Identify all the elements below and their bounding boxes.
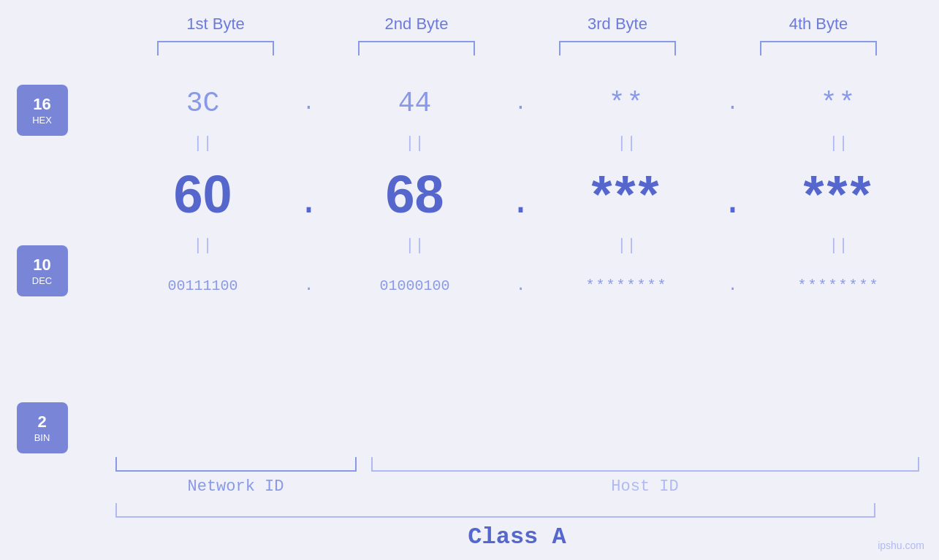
hex-badge: 16 HEX [17,85,68,136]
sep1-col: . . . [287,77,331,311]
top-bracket-1 [157,41,274,55]
bottom-brackets [115,457,919,472]
sep2-col: . . . [499,77,543,311]
dec-badge-num: 10 [33,256,50,275]
hex-badge-num: 16 [33,95,50,114]
id-labels-row: Network ID Host ID [115,477,919,496]
host-id-label: Host ID [371,477,919,496]
top-bracket-3 [559,41,676,55]
hex-byte1: 3C [186,77,220,129]
bin-sep1: . [304,260,313,311]
dec-sep2: . [509,158,531,231]
host-id-bracket [371,457,919,472]
equals-3: || [617,129,636,158]
equals-2b: || [405,231,424,260]
byte2-header: 2nd Byte [316,15,517,34]
main-container: 1st Byte 2nd Byte 3rd Byte 4th Byte 16 H… [0,0,939,560]
dec-badge-label: DEC [32,275,52,286]
byte4-col: ** || *** || ******** [755,77,923,311]
hex-sep2: . [514,77,527,129]
bin-sep2: . [516,260,525,311]
class-label-row: Class A [115,523,919,551]
equals-3b: || [617,231,636,260]
content-area: 16 HEX 10 DEC 2 BIN 3C || 60 || 00111100 [17,77,923,453]
class-bracket-row [115,503,919,518]
hex-sep3: . [726,77,739,129]
bin-badge-num: 2 [37,413,46,431]
watermark: ipshu.com [878,540,924,551]
byte2-col: 44 || 68 || 01000100 [331,77,499,311]
bin-byte2: 01000100 [379,260,449,311]
equals-1: || [193,129,212,158]
network-id-label: Network ID [115,477,357,496]
equals-1b: || [193,231,212,260]
equals-2: || [405,129,424,158]
sep3-col: . . . [711,77,755,311]
dec-byte2: 68 [385,158,444,231]
bin-sep3: . [728,260,737,311]
byte1-header: 1st Byte [115,15,316,34]
bin-byte4: ******** [797,260,879,311]
dec-sep1: . [297,158,319,231]
hex-byte2: 44 [398,77,432,129]
data-columns: 3C || 60 || 00111100 . . . 44 || 68 || 0… [119,77,923,311]
bin-badge-label: BIN [34,432,50,443]
byte3-header: 3rd Byte [517,15,718,34]
dec-byte1: 60 [173,158,232,231]
byte4-header: 4th Byte [718,15,919,34]
equals-4b: || [829,231,848,260]
top-bracket-4 [760,41,877,55]
byte-headers: 1st Byte 2nd Byte 3rd Byte 4th Byte [115,15,919,34]
bin-badge: 2 BIN [17,402,68,453]
top-bracket-2 [358,41,475,55]
hex-byte3: ** [609,77,645,129]
bin-byte1: 00111100 [167,260,237,311]
top-brackets [115,41,919,55]
dec-sep3: . [721,158,743,231]
dec-badge: 10 DEC [17,245,68,296]
class-a-label: Class A [468,523,566,551]
hex-byte4: ** [821,77,857,129]
labels-column: 16 HEX 10 DEC 2 BIN [17,85,104,453]
byte1-col: 3C || 60 || 00111100 [119,77,287,311]
bin-byte3: ******** [585,260,667,311]
dec-byte3: *** [591,158,661,231]
dec-byte4: *** [803,158,873,231]
network-id-bracket [115,457,357,472]
hex-badge-label: HEX [32,115,52,126]
class-bracket [115,503,875,518]
hex-sep1: . [303,77,315,129]
equals-4: || [829,129,848,158]
byte3-col: ** || *** || ******** [543,77,711,311]
